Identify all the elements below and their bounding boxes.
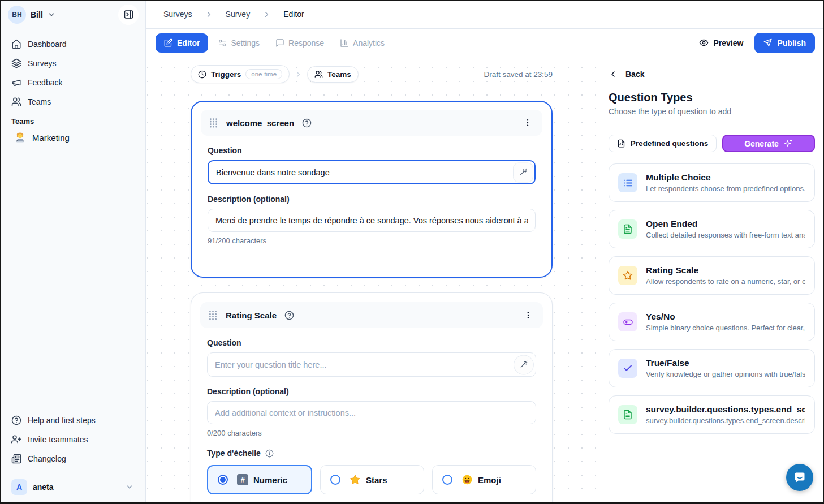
- breadcrumb-editor[interactable]: Editor: [283, 10, 304, 19]
- kebab-menu-icon[interactable]: [521, 308, 535, 322]
- char-count: 91/200 characters: [208, 236, 536, 245]
- question-card-rating-scale[interactable]: Rating Scale Question Description (optio…: [191, 292, 553, 504]
- help-circle-icon[interactable]: [302, 118, 312, 128]
- question-card-welcome-screen[interactable]: welcome_screen Question Description (opt…: [191, 101, 553, 278]
- question-type-description: Verify knowledge or gather opinions with…: [646, 370, 805, 378]
- sliders-icon: [218, 38, 227, 48]
- description-label: Description (optional): [208, 195, 536, 204]
- sidebar-item-teams[interactable]: Teams: [7, 92, 139, 111]
- kebab-menu-icon[interactable]: [521, 116, 534, 130]
- sidebar-item-surveys[interactable]: Surveys: [7, 54, 139, 73]
- preview-button[interactable]: Preview: [699, 38, 744, 48]
- sidebar-item-invite[interactable]: Invite teammates: [7, 430, 139, 449]
- star-icon: [618, 266, 637, 285]
- teams-chip-label: Teams: [327, 70, 351, 79]
- ai-rewrite-button[interactable]: [513, 162, 533, 182]
- panel-subtitle: Choose the type of question to add: [599, 104, 824, 124]
- file-text-icon: [618, 219, 637, 239]
- tab-label: Response: [288, 38, 324, 48]
- sidebar-item-team-marketing[interactable]: Marketing: [7, 128, 139, 148]
- question-type-true-false[interactable]: True/False Verify knowledge or gather op…: [609, 349, 815, 387]
- tab-editor[interactable]: Editor: [156, 33, 208, 53]
- tab-settings[interactable]: Settings: [212, 33, 266, 53]
- radio-selected[interactable]: [218, 475, 228, 485]
- triggers-chip[interactable]: Triggers one-time: [191, 65, 290, 83]
- megaphone-icon: [11, 77, 21, 88]
- question-type-rating-scale[interactable]: Rating Scale Allow respondents to rate o…: [609, 256, 815, 295]
- sparkles-icon: [784, 139, 793, 148]
- question-title-input[interactable]: [207, 352, 536, 377]
- sidebar-item-label: Invite teammates: [28, 435, 88, 444]
- team-name: Marketing: [32, 133, 70, 143]
- sidebar-item-help[interactable]: Help and first steps: [7, 411, 139, 430]
- question-label: Question: [207, 338, 536, 347]
- question-type-multiple-choice[interactable]: Multiple Choice Let respondents choose f…: [609, 163, 815, 202]
- char-count: 0/200 characters: [207, 429, 536, 437]
- predefined-questions-button[interactable]: Predefined questions: [609, 135, 717, 152]
- question-type-end-screen[interactable]: survey.builder.questions.types.end_scr..…: [609, 395, 815, 434]
- eye-icon: [699, 38, 709, 48]
- toggle-icon: [618, 312, 637, 331]
- sidebar-nav: Dashboard Surveys Feedback Teams Teams M…: [0, 29, 145, 148]
- clock-icon: [198, 70, 206, 79]
- magic-wand-icon: [519, 168, 528, 177]
- radio-unselected[interactable]: [442, 475, 452, 485]
- chevron-right-icon: [294, 70, 303, 79]
- editor-toolbar: Editor Settings Response Analytics Previ…: [146, 29, 824, 57]
- drag-handle-icon[interactable]: [209, 118, 218, 128]
- sidebar-item-feedback[interactable]: Feedback: [7, 73, 139, 92]
- description-input[interactable]: [207, 401, 536, 424]
- info-icon[interactable]: [265, 449, 274, 458]
- chevron-down-icon: [48, 11, 55, 19]
- ai-rewrite-button[interactable]: [514, 355, 534, 374]
- generate-button[interactable]: Generate: [722, 135, 815, 152]
- scale-type-text: Type d'échelle: [207, 449, 261, 458]
- option-label: Emoji: [478, 475, 501, 485]
- message-square-icon: [275, 38, 284, 48]
- account-menu[interactable]: A aneta: [7, 473, 139, 498]
- panel-toggle-icon: [123, 9, 134, 20]
- question-card-title: Rating Scale: [226, 311, 277, 320]
- avatar: BH: [8, 6, 26, 24]
- tab-analytics[interactable]: Analytics: [334, 33, 391, 53]
- one-time-badge: one-time: [245, 69, 282, 79]
- sidebar-toggle-button[interactable]: [118, 5, 139, 25]
- scale-option-stars[interactable]: Stars: [320, 465, 424, 494]
- user-plus-icon: [11, 434, 21, 445]
- sidebar-item-dashboard[interactable]: Dashboard: [7, 35, 139, 54]
- teams-chip[interactable]: Teams: [307, 66, 359, 83]
- description-input[interactable]: [208, 209, 536, 232]
- tab-label: Settings: [231, 38, 260, 48]
- workspace-switcher[interactable]: BH Bill: [0, 0, 145, 29]
- scale-option-emoji[interactable]: Emoji: [432, 465, 536, 494]
- scale-option-numeric[interactable]: # Numeric: [207, 465, 312, 494]
- home-icon: [11, 39, 21, 49]
- breadcrumb-surveys[interactable]: Surveys: [163, 10, 192, 19]
- chat-launcher-button[interactable]: [786, 464, 813, 491]
- tab-response[interactable]: Response: [269, 33, 330, 53]
- question-type-open-ended[interactable]: Open Ended Collect detailed responses wi…: [609, 210, 815, 248]
- breadcrumb-survey[interactable]: Survey: [226, 10, 251, 19]
- file-code-icon: [617, 139, 625, 148]
- radio-unselected[interactable]: [330, 475, 340, 485]
- publish-label: Publish: [777, 38, 806, 48]
- chevron-left-icon: [609, 70, 618, 79]
- back-label: Back: [625, 70, 644, 79]
- check-icon: [618, 359, 637, 378]
- question-type-yes-no[interactable]: Yes/No Simple binary choice questions. P…: [609, 303, 815, 341]
- users-icon: [11, 97, 21, 107]
- teams-section-label: Teams: [7, 111, 139, 128]
- sidebar-item-label: Help and first steps: [28, 416, 96, 425]
- users-icon: [314, 70, 323, 79]
- question-title-input[interactable]: [208, 160, 536, 184]
- panel-title: Question Types: [599, 79, 824, 104]
- back-button[interactable]: Back: [599, 57, 824, 79]
- publish-button[interactable]: Publish: [754, 33, 815, 53]
- sidebar-item-changelog[interactable]: Changelog: [7, 449, 139, 468]
- technologist-emoji-icon: [15, 132, 25, 143]
- question-type-description: Collect detailed responses with free-for…: [646, 231, 805, 239]
- drag-handle-icon[interactable]: [208, 310, 218, 321]
- survey-canvas: Triggers one-time Teams Draft saved at 2…: [146, 57, 599, 504]
- sidebar-item-label: Dashboard: [28, 40, 67, 49]
- help-circle-icon[interactable]: [284, 311, 294, 320]
